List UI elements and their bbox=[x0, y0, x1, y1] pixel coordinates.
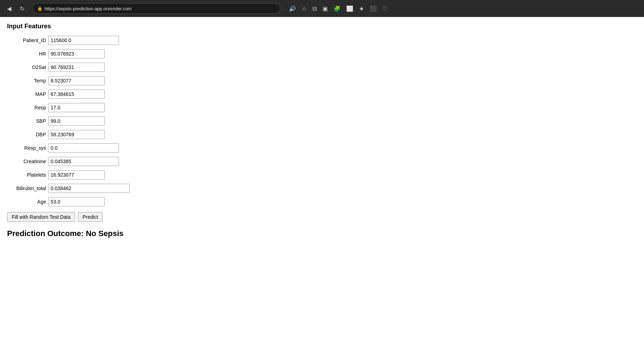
back-button[interactable]: ◀ bbox=[4, 4, 14, 13]
field-input-o2sat[interactable] bbox=[48, 63, 105, 72]
prediction-outcome: Prediction Outcome: No Sepsis bbox=[7, 229, 312, 238]
field-label-resp: Resp bbox=[7, 105, 46, 110]
field-input-temp[interactable] bbox=[48, 76, 105, 85]
form-row: Patient_ID bbox=[7, 36, 312, 45]
form-row: Creatinine bbox=[7, 157, 312, 166]
field-input-creatinine[interactable] bbox=[48, 157, 119, 166]
pip-icon[interactable]: ▣ bbox=[323, 5, 328, 12]
field-input-hr[interactable] bbox=[48, 49, 105, 58]
form-row: O2Sat bbox=[7, 63, 312, 72]
field-input-resp[interactable] bbox=[48, 103, 105, 112]
field-input-bilirubin_total[interactable] bbox=[48, 184, 130, 193]
field-input-platelets[interactable] bbox=[48, 170, 105, 179]
field-input-sbp[interactable] bbox=[48, 116, 105, 126]
field-label-patient_id: Patient_ID bbox=[7, 38, 46, 43]
form-row: Bilirubin_total bbox=[7, 184, 312, 193]
field-label-map: MAP bbox=[7, 91, 46, 97]
field-label-platelets: Platelets bbox=[7, 172, 46, 178]
predict-button[interactable]: Predict bbox=[78, 212, 103, 222]
field-input-patient_id[interactable] bbox=[48, 36, 119, 45]
sidebar-icon[interactable]: ⬜ bbox=[346, 5, 353, 12]
translate-icon[interactable]: 🔊 bbox=[289, 5, 296, 12]
refresh-button[interactable]: ↻ bbox=[17, 4, 27, 13]
form-row: Resp bbox=[7, 103, 312, 112]
lock-icon: 🔒 bbox=[37, 6, 42, 11]
field-label-temp: Temp bbox=[7, 78, 46, 84]
collections-icon[interactable]: ⬛ bbox=[370, 5, 377, 12]
favorites-icon[interactable]: ★ bbox=[359, 5, 364, 12]
field-label-age: Age bbox=[7, 199, 46, 205]
field-input-age[interactable] bbox=[48, 197, 105, 206]
form-row: HR bbox=[7, 49, 312, 58]
address-bar[interactable]: 🔒 https://sepsis-prediction-app.onrender… bbox=[33, 3, 280, 14]
page-content: Input Features Patient_IDHRO2SatTempMAPR… bbox=[0, 17, 319, 244]
extensions-icon[interactable]: 🧩 bbox=[334, 5, 341, 12]
browser-actions: 🔊 ☆ ⊟ ▣ 🧩 ⬜ ★ ⬛ ♡ bbox=[289, 5, 387, 12]
url-text: https://sepsis-prediction-app.onrender.c… bbox=[45, 6, 276, 11]
form-row: Age bbox=[7, 197, 312, 206]
browser-chrome: ◀ ↻ 🔒 https://sepsis-prediction-app.onre… bbox=[0, 0, 644, 17]
form-row: DBP bbox=[7, 130, 312, 139]
fill-random-button[interactable]: Fill with Random Test Data bbox=[7, 212, 75, 222]
field-label-creatinine: Creatinine bbox=[7, 159, 46, 164]
field-label-o2sat: O2Sat bbox=[7, 64, 46, 70]
page-title: Input Features bbox=[7, 23, 312, 30]
field-label-dbp: DBP bbox=[7, 132, 46, 137]
field-label-bilirubin_total: Bilirubin_total bbox=[7, 185, 46, 191]
button-row: Fill with Random Test Data Predict bbox=[7, 212, 312, 222]
field-label-hr: HR bbox=[7, 51, 46, 57]
field-input-dbp[interactable] bbox=[48, 130, 105, 139]
screenshot-icon[interactable]: ⊟ bbox=[312, 5, 317, 12]
form-fields: Patient_IDHRO2SatTempMAPRespSBPDBPResp_s… bbox=[7, 36, 312, 206]
field-label-sbp: SBP bbox=[7, 118, 46, 124]
form-row: SBP bbox=[7, 116, 312, 126]
field-label-resp_sys: Resp_sys bbox=[7, 145, 46, 151]
bookmark-star-icon[interactable]: ☆ bbox=[302, 5, 307, 12]
form-row: Resp_sys bbox=[7, 143, 312, 153]
form-row: Platelets bbox=[7, 170, 312, 179]
profile-icon[interactable]: ♡ bbox=[382, 5, 387, 12]
field-input-resp_sys[interactable] bbox=[48, 143, 119, 153]
form-row: MAP bbox=[7, 90, 312, 99]
form-row: Temp bbox=[7, 76, 312, 85]
field-input-map[interactable] bbox=[48, 90, 105, 99]
